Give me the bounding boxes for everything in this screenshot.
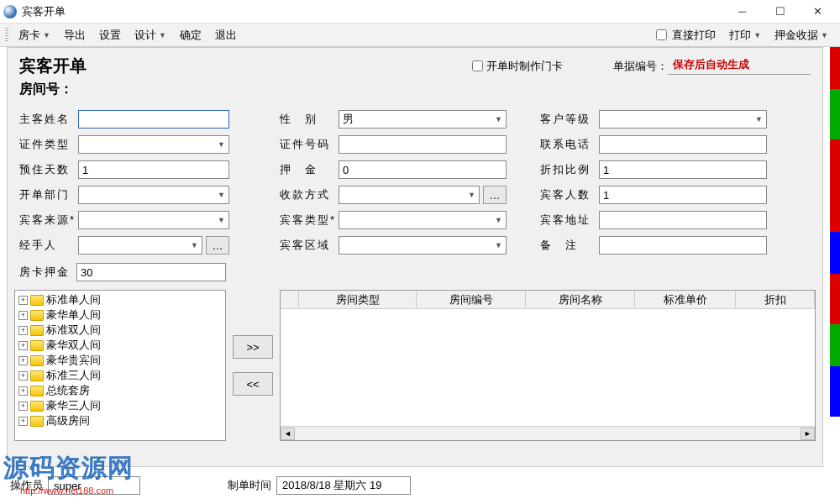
room-type-tree[interactable]: +标准单人间+豪华单人间+标准双人间+豪华双人间+豪华贵宾间+标准三人间+总统套… [14,290,226,441]
status-bar: 操作员 制单时间 [0,467,832,504]
remark-input[interactable] [599,236,767,255]
cert-type-label: 证件类型 [19,137,78,152]
tree-item[interactable]: +豪华双人间 [17,338,223,353]
maximize-button[interactable]: ☐ [761,1,799,23]
pre-days-label: 预住天数 [19,162,78,177]
tree-item[interactable]: +豪华三人间 [17,398,223,413]
cust-level-select[interactable]: ▼ [599,110,767,129]
cert-no-input[interactable] [339,135,507,154]
guest-name-input[interactable] [78,110,229,129]
source-select[interactable]: ▼ [78,211,229,229]
cust-level-label: 客户等级 [540,112,599,127]
remove-room-button[interactable]: << [233,372,273,396]
tree-item-label: 豪华三人间 [46,398,101,413]
expand-icon[interactable]: + [18,311,28,320]
toolbar-design[interactable]: 设计▼ [128,26,173,45]
operator-label: 操作员 [10,478,43,493]
phone-input[interactable] [599,135,767,154]
discount-input[interactable] [599,160,767,179]
tree-item-label: 标准双人间 [46,323,101,338]
scroll-left-icon[interactable]: ◄ [281,428,295,440]
chevron-down-icon: ▼ [753,31,761,39]
toolbar-room-card[interactable]: 房卡▼ [12,26,57,45]
horizontal-scrollbar[interactable]: ◄ ► [281,426,815,440]
handler-label: 经手人 [19,238,78,253]
expand-icon[interactable]: + [18,296,28,305]
guest-type-select[interactable]: ▼ [339,211,507,229]
room-number-label: 房间号： [8,79,822,103]
pay-method-label: 收款方式 [280,187,339,202]
chevron-down-icon: ▼ [495,115,502,123]
gender-select[interactable]: 男▼ [339,110,507,129]
tree-item[interactable]: +标准单人间 [17,292,223,307]
cert-type-select[interactable]: ▼ [78,135,229,154]
handler-select[interactable]: ▼ [78,236,202,255]
tree-item[interactable]: +标准三人间 [17,368,223,383]
folder-icon [30,401,44,412]
tree-item-label: 豪华双人间 [46,338,101,353]
tree-item-label: 标准三人间 [46,368,101,383]
expand-icon[interactable]: + [18,326,28,335]
remark-label: 备 注 [540,238,599,253]
tree-item[interactable]: +标准双人间 [17,323,223,338]
guest-addr-label: 宾客地址 [540,213,599,228]
pay-method-select[interactable]: ▼ [339,186,480,204]
operator-value [48,476,140,495]
card-deposit-input[interactable] [76,263,226,281]
tree-item-label: 高级房间 [46,413,90,428]
folder-icon [30,386,44,396]
chevron-down-icon: ▼ [218,140,225,149]
toolbar-deposit-receipt[interactable]: 押金收据▼ [768,26,835,45]
direct-print-checkbox[interactable]: 直接打印 [649,26,722,45]
minimize-button[interactable]: ─ [723,1,761,23]
folder-icon [30,310,44,321]
chevron-down-icon: ▼ [191,241,198,249]
page-title: 宾客开单 [19,55,87,77]
chevron-down-icon: ▼ [755,115,763,123]
tree-item-label: 标准单人间 [46,292,101,307]
col-std-price[interactable]: 标准单价 [635,291,736,308]
tree-item[interactable]: +高级房间 [17,413,223,428]
dept-select[interactable]: ▼ [78,186,229,204]
chevron-down-icon: ▼ [218,191,225,199]
toolbar-exit[interactable]: 退出 [208,26,244,45]
tree-item[interactable]: +豪华单人间 [17,307,223,323]
table-body[interactable] [281,309,815,426]
folder-icon [30,355,44,366]
main-panel: 宾客开单 开单时制作门卡 单据编号： 保存后自动生成 房间号： 主客姓名 性 别… [7,47,823,467]
chevron-down-icon: ▼ [495,241,502,249]
scroll-right-icon[interactable]: ► [801,428,815,440]
add-room-button[interactable]: >> [233,335,273,359]
pay-method-browse-button[interactable]: … [483,186,507,204]
close-button[interactable]: ✕ [799,1,837,23]
expand-icon[interactable]: + [18,417,28,426]
gender-label: 性 别 [280,112,339,127]
deposit-input[interactable] [339,160,507,179]
guest-addr-input[interactable] [599,211,767,229]
col-discount[interactable]: 折扣 [736,291,815,308]
col-room-type[interactable]: 房间类型 [299,291,417,308]
expand-icon[interactable]: + [18,341,28,350]
folder-icon [30,370,44,381]
folder-icon [30,340,44,351]
toolbar-settings[interactable]: 设置 [92,26,128,45]
source-label: 宾客来源* [19,213,78,228]
pre-days-input[interactable] [78,160,229,179]
toolbar-print[interactable]: 打印▼ [722,26,768,45]
col-room-name[interactable]: 房间名称 [526,291,635,308]
expand-icon[interactable]: + [18,386,28,396]
tree-item[interactable]: +总统套房 [17,383,223,398]
col-room-no[interactable]: 房间编号 [417,291,526,308]
guest-count-input[interactable] [599,186,767,204]
make-card-checkbox[interactable]: 开单时制作门卡 [472,59,563,74]
toolbar-confirm[interactable]: 确定 [173,26,208,45]
cert-no-label: 证件号码 [280,137,339,152]
tree-item[interactable]: +豪华贵宾间 [17,353,223,368]
toolbar-export[interactable]: 导出 [57,26,92,45]
expand-icon[interactable]: + [18,371,28,381]
doc-number-value: 保存后自动生成 [668,57,811,75]
handler-browse-button[interactable]: … [206,236,229,255]
expand-icon[interactable]: + [18,402,28,411]
expand-icon[interactable]: + [18,356,28,365]
guest-area-select[interactable]: ▼ [339,236,507,255]
